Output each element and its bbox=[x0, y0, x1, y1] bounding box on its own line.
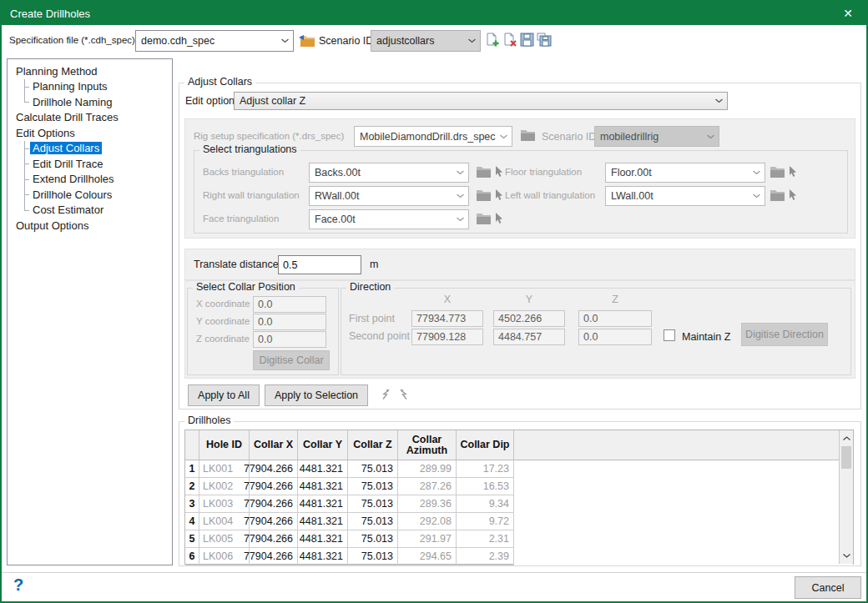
cancel-button[interactable]: Cancel bbox=[795, 576, 861, 599]
first-point-z-input[interactable] bbox=[578, 310, 652, 327]
apply-to-selection-button[interactable]: Apply to Selection bbox=[265, 384, 368, 406]
cell-dip: 17.23 bbox=[457, 460, 514, 478]
edit-options-select[interactable]: Adjust collar Z bbox=[234, 92, 728, 110]
cell-z: 75.013 bbox=[348, 513, 398, 530]
header-collar-y[interactable]: Collar Y bbox=[298, 430, 348, 460]
scroll-up-icon[interactable] bbox=[840, 431, 853, 445]
table-row[interactable]: 6LK00677904.2664481.32175.013294.652.39 bbox=[185, 548, 853, 565]
rig-spec-select[interactable]: MobileDiamondDrill.drs_spec bbox=[354, 126, 512, 147]
cell-y: 4481.321 bbox=[298, 460, 348, 478]
maintain-z-checkbox[interactable] bbox=[664, 329, 675, 341]
tree-item-adjust-collars[interactable]: Adjust Collars bbox=[8, 141, 172, 157]
cell-n: 4 bbox=[185, 513, 199, 530]
direction-x-header: X bbox=[411, 294, 483, 305]
digitise-direction-button[interactable]: Digitise Direction bbox=[741, 323, 828, 346]
cell-x: 77904.266 bbox=[250, 513, 298, 530]
direction-group: Direction X Y Z First point Second point… bbox=[341, 288, 851, 375]
digitise-collar-button[interactable]: Digitise Collar bbox=[253, 350, 330, 370]
left-wall-triangulation-select[interactable]: LWall.00t bbox=[605, 186, 765, 206]
tree-item-label: Extend Drillholes bbox=[30, 173, 117, 185]
open-folder-icon[interactable] bbox=[477, 214, 491, 224]
x-coordinate-input[interactable] bbox=[253, 296, 326, 313]
x-coordinate-label: X coordinate bbox=[196, 299, 250, 309]
tree-item-output-options[interactable]: Output Options bbox=[8, 218, 172, 234]
cell-z: 75.013 bbox=[348, 478, 398, 495]
tree-item-label: Calculate Drill Traces bbox=[13, 111, 121, 123]
save-icon[interactable] bbox=[520, 33, 534, 47]
table-row[interactable]: 4LK00477904.2664481.32175.013292.089.72 bbox=[185, 513, 853, 530]
pick-cursor-icon[interactable] bbox=[495, 166, 504, 178]
help-icon[interactable]: ? bbox=[13, 575, 23, 595]
face-triangulation-select[interactable]: Face.00t bbox=[309, 209, 469, 229]
scenario-id-select[interactable]: adjustcollars bbox=[371, 30, 481, 52]
open-folder-icon[interactable] bbox=[770, 190, 785, 201]
titlebar: Create Drillholes bbox=[2, 2, 866, 25]
undo-icon[interactable] bbox=[380, 389, 391, 400]
left-wall-triangulation-value: LWall.00t bbox=[611, 190, 654, 202]
apply-to-all-button[interactable]: Apply to All bbox=[188, 384, 260, 406]
vertical-scrollbar[interactable] bbox=[839, 430, 853, 564]
tree-item-calculate-drill-traces[interactable]: Calculate Drill Traces bbox=[8, 110, 172, 126]
tree-item-edit-drill-trace[interactable]: Edit Drill Trace bbox=[8, 156, 172, 172]
redo-icon[interactable] bbox=[398, 389, 410, 400]
right-wall-triangulation-select[interactable]: RWall.00t bbox=[309, 186, 469, 206]
spec-file-select[interactable]: demo.cdh_spec bbox=[135, 30, 294, 52]
close-button[interactable]: ✕ bbox=[830, 2, 866, 25]
save-as-icon[interactable] bbox=[537, 33, 552, 47]
pick-cursor-icon[interactable] bbox=[495, 213, 504, 224]
tree-item-drillhole-colours[interactable]: Drillhole Colours bbox=[8, 187, 172, 203]
open-folder-icon[interactable] bbox=[477, 167, 491, 178]
open-folder-icon[interactable] bbox=[477, 190, 491, 201]
corner-header bbox=[185, 430, 199, 460]
pick-cursor-icon[interactable] bbox=[495, 189, 504, 201]
cell-x: 77904.266 bbox=[250, 495, 298, 513]
table-row[interactable]: 3LK00377904.2664481.32175.013289.369.34 bbox=[185, 495, 853, 513]
cell-x: 77904.266 bbox=[250, 530, 298, 548]
backs-triangulation-select[interactable]: Backs.00t bbox=[309, 163, 469, 183]
tree-connector bbox=[20, 141, 30, 157]
header-collar-azimuth[interactable]: Collar Azimuth bbox=[398, 430, 457, 460]
tree-item-label: Cost Estimator bbox=[30, 204, 106, 216]
second-point-y-input[interactable] bbox=[493, 329, 565, 345]
tree-item-edit-options[interactable]: Edit Options bbox=[8, 125, 172, 141]
table-row[interactable]: 2LK00277904.2664481.32175.013287.2616.53 bbox=[185, 478, 853, 495]
chevron-down-icon bbox=[457, 218, 464, 222]
second-point-label: Second point bbox=[349, 330, 410, 342]
tree-item-planning-inputs[interactable]: Planning Inputs bbox=[8, 79, 172, 95]
tree-item-planning-method[interactable]: Planning Method bbox=[8, 63, 172, 79]
rig-scenario-select[interactable]: mobiledrillrig bbox=[594, 126, 719, 147]
open-folder-icon[interactable] bbox=[299, 35, 315, 47]
floor-triangulation-select[interactable]: Floor.00t bbox=[605, 163, 765, 183]
second-point-z-input[interactable] bbox=[578, 329, 652, 345]
tree-item-label: Planning Inputs bbox=[30, 80, 110, 93]
first-point-x-input[interactable] bbox=[411, 310, 483, 327]
first-point-y-input[interactable] bbox=[493, 310, 565, 327]
second-point-x-input[interactable] bbox=[411, 329, 483, 345]
translate-distance-input[interactable] bbox=[278, 255, 361, 274]
tree-item-label: Edit Drill Trace bbox=[30, 158, 106, 170]
footer-divider bbox=[2, 572, 866, 573]
y-coordinate-input[interactable] bbox=[253, 314, 326, 330]
pick-cursor-icon[interactable] bbox=[789, 166, 798, 178]
table-row[interactable]: 5LK00577904.2664481.32175.013291.972.31 bbox=[185, 530, 853, 548]
cell-id: LK004 bbox=[199, 513, 250, 530]
open-folder-icon[interactable] bbox=[521, 130, 535, 141]
z-coordinate-input[interactable] bbox=[253, 331, 326, 348]
pick-cursor-icon[interactable] bbox=[789, 189, 798, 201]
header-collar-z[interactable]: Collar Z bbox=[348, 430, 398, 460]
header-collar-x[interactable]: Collar X bbox=[250, 430, 298, 460]
table-row[interactable]: 1LK00177904.2664481.32175.013289.9917.23 bbox=[185, 460, 853, 478]
header-collar-dip[interactable]: Collar Dip bbox=[457, 430, 514, 460]
open-folder-icon[interactable] bbox=[770, 167, 785, 178]
delete-scenario-icon[interactable] bbox=[502, 33, 517, 48]
tree-item-cost-estimator[interactable]: Cost Estimator bbox=[8, 203, 172, 219]
chevron-down-icon bbox=[281, 39, 289, 43]
new-scenario-icon[interactable] bbox=[485, 33, 500, 48]
cell-n: 5 bbox=[185, 530, 199, 548]
tree-item-extend-drillholes[interactable]: Extend Drillholes bbox=[8, 172, 172, 188]
header-hole-id[interactable]: Hole ID bbox=[199, 430, 250, 460]
scrollbar-thumb[interactable] bbox=[841, 446, 851, 469]
tree-item-drillhole-naming[interactable]: Drillhole Naming bbox=[8, 94, 172, 110]
scroll-down-icon[interactable] bbox=[840, 549, 853, 563]
maintain-z-label: Maintain Z bbox=[682, 331, 730, 343]
